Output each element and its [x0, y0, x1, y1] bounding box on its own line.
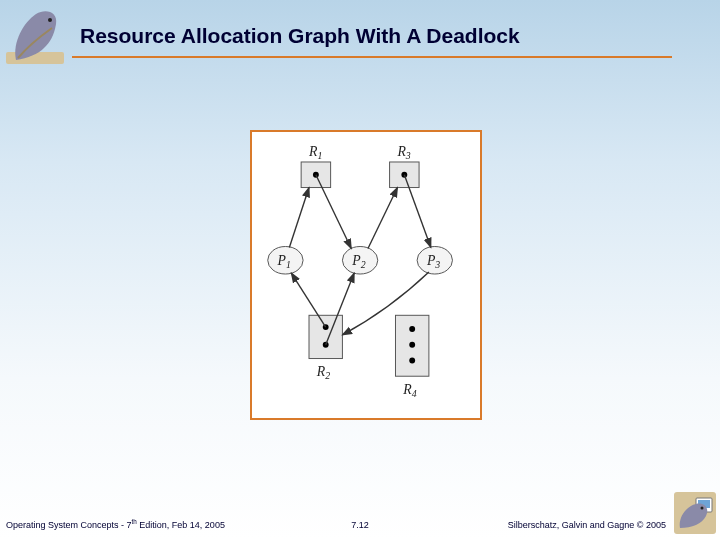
- edge-R2-P1: [291, 273, 325, 327]
- slide-title: Resource Allocation Graph With A Deadloc…: [80, 24, 520, 48]
- svg-point-19: [409, 326, 415, 332]
- edge-P2-R3: [368, 188, 397, 249]
- svg-text:R2: R2: [316, 364, 330, 381]
- resource-R4: R4: [395, 315, 428, 399]
- rag-svg: R1 R3 P1 P2 P3 R2: [252, 132, 480, 418]
- title-underline: [72, 56, 672, 58]
- process-P3: P3: [417, 247, 452, 275]
- resource-R3: R3: [390, 144, 419, 187]
- edge-R1-P2: [316, 175, 351, 249]
- edge-P1-R1: [289, 188, 309, 248]
- dinosaur-bottom-icon: [674, 492, 716, 534]
- footer: Operating System Concepts - 7th Edition,…: [0, 506, 720, 536]
- svg-text:R3: R3: [396, 144, 410, 161]
- svg-point-6: [401, 172, 407, 178]
- dinosaur-top-icon: [6, 2, 66, 70]
- svg-text:R1: R1: [308, 144, 322, 161]
- resource-allocation-graph-figure: R1 R3 P1 P2 P3 R2: [250, 130, 482, 420]
- svg-point-21: [409, 358, 415, 364]
- process-P1: P1: [268, 247, 303, 275]
- svg-text:R4: R4: [402, 382, 416, 399]
- svg-point-3: [313, 172, 319, 178]
- process-P2: P2: [342, 247, 377, 275]
- svg-rect-14: [309, 315, 342, 358]
- svg-point-1: [48, 18, 52, 22]
- resource-R2: R2: [309, 315, 342, 381]
- footer-right: Silberschatz, Galvin and Gagne © 2005: [508, 520, 666, 530]
- svg-point-26: [701, 507, 704, 510]
- resource-R1: R1: [301, 144, 330, 187]
- svg-point-20: [409, 342, 415, 348]
